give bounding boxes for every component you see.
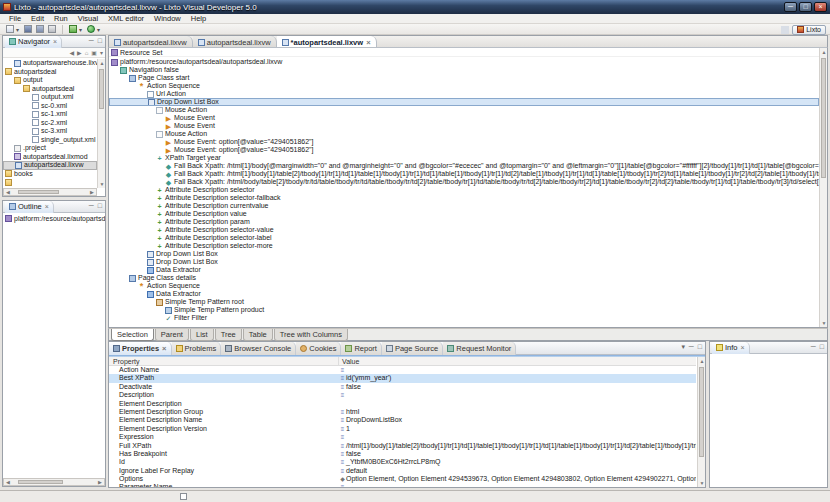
outline-horizontal-scrollbar[interactable]: ◀▶	[3, 478, 105, 486]
property-row[interactable]: Has Breakpoint≡false	[109, 450, 696, 458]
tree-item[interactable]: sc-3.xml	[3, 127, 97, 136]
resource-set-row[interactable]: Resource Set	[109, 48, 827, 57]
tree-item[interactable]: Page Class details	[109, 274, 819, 282]
tree-item[interactable]: Simple Temp Pattern root	[109, 298, 819, 306]
info-minmax-buttons[interactable]: ─ □	[811, 343, 825, 350]
tree-item[interactable]: autopartsdeal	[3, 85, 97, 94]
tab-problems[interactable]: Problems	[172, 342, 222, 355]
tree-item[interactable]: Simple Temp Pattern product	[109, 306, 819, 314]
navigator-horizontal-scrollbar[interactable]: ◀▶	[3, 188, 97, 196]
run-dropdown-icon[interactable]: ▾	[97, 26, 100, 33]
tree-item[interactable]: Mouse Action	[109, 106, 819, 114]
tree-item[interactable]: Attribute Description currentvalue	[109, 202, 819, 210]
page-tab-selection[interactable]: Selection	[111, 329, 154, 341]
property-row[interactable]: Ignore Label For Replay≡default	[109, 467, 696, 475]
run-button[interactable]	[87, 25, 95, 33]
tree-item[interactable]: autopartsdeal	[3, 68, 97, 77]
tree-item[interactable]: Drop Down List Box	[109, 98, 819, 106]
property-row[interactable]: Description≡	[109, 391, 696, 399]
view-menu-icon[interactable]: ▾	[100, 49, 103, 56]
outline-root-item[interactable]: platform:/resource/autopartsdeal/a	[3, 214, 105, 223]
tree-item[interactable]: Attribute Description value	[109, 210, 819, 218]
tree-item[interactable]: Data Extractor	[109, 266, 819, 274]
minimize-window-button[interactable]: ─	[784, 2, 797, 12]
tree-item[interactable]: Data Extractor	[109, 290, 819, 298]
tree-item[interactable]: Action Sequence	[109, 282, 819, 290]
collapse-all-icon[interactable]: ▣	[91, 49, 97, 56]
tree-item[interactable]	[3, 178, 97, 187]
property-row[interactable]: Expression≡	[109, 433, 696, 441]
tree-item[interactable]: Attribute Description selector	[109, 186, 819, 194]
properties-vertical-scrollbar[interactable]: ▲▼	[697, 357, 705, 487]
tree-item[interactable]: sc-0.xml	[3, 102, 97, 111]
tree-item[interactable]: Attribute Description selector-fallback	[109, 194, 819, 202]
tree-item[interactable]: Mouse Action	[109, 130, 819, 138]
tab-request-monitor[interactable]: Request Monitor	[443, 342, 516, 355]
print-button[interactable]	[48, 25, 56, 33]
new-wizard-button[interactable]	[6, 25, 14, 33]
outline-minmax-buttons[interactable]: ─ □	[89, 202, 103, 209]
up-icon[interactable]: ⌂	[85, 50, 89, 56]
tab-navigator[interactable]: Navigator ×	[5, 36, 62, 48]
tab-browser-console[interactable]: Browser Console	[221, 342, 296, 355]
tree-item[interactable]: Mouse Event: option[@value="4294051862"]	[109, 138, 819, 146]
column-header-property[interactable]: Property	[109, 357, 339, 365]
tree-item[interactable]: Drop Down List Box	[109, 258, 819, 266]
tree-item[interactable]: Url Action	[109, 90, 819, 98]
property-row[interactable]: Deactivate≡false	[109, 383, 696, 391]
tab-outline[interactable]: Outline ×	[5, 201, 54, 213]
tree-item[interactable]: Page Class start	[109, 74, 819, 82]
close-tab-icon[interactable]: ×	[366, 38, 370, 47]
menu-xml-editor[interactable]: XML editor	[103, 14, 149, 23]
tree-item[interactable]: Filter Filter	[109, 314, 819, 322]
tree-item[interactable]: Mouse Event	[109, 122, 819, 130]
tree-item[interactable]: sc-2.xml	[3, 119, 97, 128]
tree-item[interactable]: .project	[3, 144, 97, 153]
tree-item[interactable]: Mouse Event: option[@value="4294051862"]	[109, 146, 819, 154]
back-icon[interactable]: ◀	[69, 49, 74, 56]
page-tab-table[interactable]: Table	[243, 329, 273, 341]
maximize-window-button[interactable]: □	[799, 2, 812, 12]
tab-properties[interactable]: Properties×	[109, 342, 172, 355]
tree-item[interactable]: Drop Down List Box	[109, 250, 819, 258]
tree-item[interactable]: Mouse Event	[109, 114, 819, 122]
close-navigator-icon[interactable]: ×	[53, 38, 57, 45]
property-row[interactable]: Element Description	[109, 400, 696, 408]
menu-window[interactable]: Window	[149, 14, 186, 23]
column-header-value[interactable]: Value	[339, 357, 696, 365]
menu-edit[interactable]: Edit	[26, 14, 49, 23]
status-icon[interactable]	[180, 493, 187, 500]
property-row[interactable]: Element Description Group≡html	[109, 408, 696, 416]
tree-item[interactable]: single_output.xml	[3, 136, 97, 145]
close-info-icon[interactable]: ×	[741, 344, 745, 351]
menu-visual[interactable]: Visual	[73, 14, 103, 23]
verify-dropdown-icon[interactable]: ▾	[79, 26, 82, 33]
tab-report[interactable]: Report	[341, 342, 382, 355]
tree-item[interactable]: XPath Target year	[109, 154, 819, 162]
tree-item[interactable]: Attribute Description selector-value	[109, 226, 819, 234]
page-tab-parent[interactable]: Parent	[155, 329, 189, 341]
page-tab-tree-with-columns[interactable]: Tree with Columns	[274, 329, 348, 341]
page-tab-list[interactable]: List	[190, 329, 214, 341]
save-button[interactable]	[24, 25, 32, 33]
tab-page-source[interactable]: Page Source	[382, 342, 443, 355]
verify-button[interactable]	[69, 25, 77, 33]
tree-item[interactable]: Fall Back Xpath: /html[1]/body[1]/table[…	[109, 170, 819, 178]
open-perspective-icon[interactable]	[781, 26, 789, 34]
page-tab-tree[interactable]: Tree	[215, 329, 242, 341]
save-all-button[interactable]	[36, 25, 44, 33]
new-wizard-dropdown-icon[interactable]: ▾	[16, 26, 19, 33]
property-row[interactable]: Full XPath≡/html[1]/body[1]/table[2]/tbo…	[109, 442, 696, 450]
tree-item[interactable]: autopartswarehouse.lixvw	[3, 59, 97, 68]
tree-item[interactable]: autopartsdeal.lixmod	[3, 153, 97, 162]
property-row[interactable]: Id≡_YtbfM0B0ExC6Ht2rrcLP8mQ	[109, 458, 696, 466]
property-row[interactable]: Best XPath≡id('ymm_year')	[109, 374, 696, 382]
tree-item[interactable]: platform:/resource/autopartsdeal/autopar…	[109, 58, 819, 66]
tab-info[interactable]: Info ×	[712, 342, 750, 354]
menu-help[interactable]: Help	[186, 14, 211, 23]
tree-item[interactable]: Attribute Description selector-more	[109, 242, 819, 250]
tree-item[interactable]: autopartsdeal.lixvw	[3, 161, 97, 170]
navigator-vertical-scrollbar[interactable]: ▲▼	[97, 59, 105, 188]
tree-item[interactable]: books	[3, 170, 97, 179]
tree-item[interactable]: Action Sequence	[109, 82, 819, 90]
